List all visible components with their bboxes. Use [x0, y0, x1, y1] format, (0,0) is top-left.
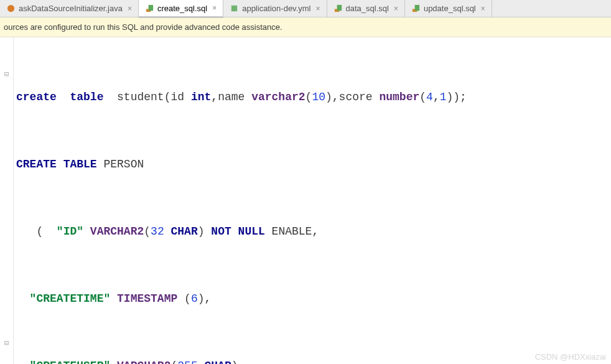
watermark: CSDN @HDXxiazai: [535, 352, 606, 362]
tab-update-sql[interactable]: update_sql.sql ×: [405, 0, 492, 17]
fold-icon[interactable]: ⊟: [4, 332, 9, 355]
sql-icon: [333, 4, 343, 13]
tab-data-sql[interactable]: data_sql.sql ×: [327, 0, 405, 17]
gutter: ⊟ ⊟: [0, 37, 14, 364]
code-content: create table student(id int,name varchar…: [16, 41, 611, 364]
tab-label: application-dev.yml: [242, 4, 310, 13]
tab-application-yml[interactable]: application-dev.yml ×: [223, 0, 327, 17]
fold-icon[interactable]: ⊟: [4, 63, 9, 86]
tab-create-sql[interactable]: create_sql.sql ×: [139, 0, 223, 18]
tab-label: update_sql.sql: [424, 4, 476, 13]
code-line: create table student(id int,name varchar…: [16, 86, 611, 108]
tab-label: askDataSourceInitializer.java: [19, 4, 123, 13]
close-icon[interactable]: ×: [394, 4, 398, 13]
editor-tabs: askDataSourceInitializer.java × create_s…: [0, 0, 611, 17]
tab-label: data_sql.sql: [346, 4, 389, 13]
code-line: "CREATEUSER" VARCHAR2(255 CHAR),: [16, 355, 611, 364]
tab-label: create_sql.sql: [157, 4, 207, 13]
close-icon[interactable]: ×: [315, 4, 320, 13]
sql-icon: [145, 4, 154, 13]
svg-rect-4: [337, 5, 342, 11]
code-line: CREATE TABLE PERSON: [16, 153, 611, 175]
banner-text: ources are configured to run this SQL an…: [4, 22, 282, 32]
tab-java[interactable]: askDataSourceInitializer.java ×: [0, 0, 139, 17]
yml-icon: [230, 4, 239, 13]
java-icon: [6, 4, 16, 13]
svg-point-0: [7, 5, 14, 12]
code-line: "CREATETIME" TIMESTAMP (6),: [16, 287, 611, 310]
close-icon[interactable]: ×: [128, 4, 132, 13]
code-line: ( "ID" VARCHAR2(32 CHAR) NOT NULL ENABLE…: [16, 220, 611, 243]
close-icon[interactable]: ×: [481, 4, 485, 13]
close-icon[interactable]: ×: [212, 4, 217, 12]
svg-rect-6: [415, 5, 420, 11]
svg-rect-2: [149, 4, 154, 10]
sql-icon: [411, 4, 421, 13]
warning-banner: ources are configured to run this SQL an…: [0, 17, 611, 37]
code-editor[interactable]: ⊟ ⊟ create table student(id int,name var…: [0, 37, 611, 364]
